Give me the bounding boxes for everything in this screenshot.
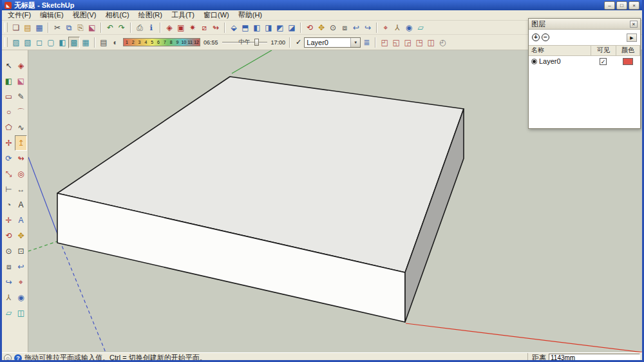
shadow-toggle-button[interactable]: ◐: [109, 37, 121, 48]
layers-menu-button[interactable]: ▶: [627, 33, 637, 42]
x-ray-button[interactable]: ▨: [10, 37, 22, 48]
paste-button[interactable]: ⎘: [75, 22, 86, 33]
solid-union-button[interactable]: ◲: [402, 37, 413, 48]
hidden-line-button[interactable]: ▢: [45, 37, 57, 48]
shadow-settings-button[interactable]: ▤: [98, 37, 109, 48]
layer-manager-button[interactable]: ≣: [361, 37, 372, 48]
dimension-button[interactable]: ↔: [15, 182, 27, 197]
section-plane-button[interactable]: ▱: [3, 305, 15, 321]
text-button[interactable]: A: [15, 197, 27, 213]
zoom-extents-button[interactable]: ⧈: [3, 259, 15, 274]
protractor-button[interactable]: ◔: [3, 197, 15, 213]
outer-shell-button[interactable]: ◰: [379, 37, 390, 48]
zoom-window-button[interactable]: ⊡: [15, 243, 27, 259]
select-button[interactable]: ↖: [3, 58, 15, 73]
top-view-button[interactable]: ⬒: [240, 22, 251, 33]
monochrome-button[interactable]: ▦: [80, 37, 91, 48]
chevron-down-icon[interactable]: ▼: [350, 38, 360, 47]
freehand-button[interactable]: ∿: [15, 120, 27, 135]
time-slider-thumb[interactable]: [254, 39, 259, 46]
follow-me-button[interactable]: ↬: [15, 151, 27, 166]
add-layer-button[interactable]: +: [532, 33, 540, 41]
solid-intersect-button[interactable]: ◱: [390, 37, 402, 48]
solid-split-button[interactable]: ◴: [437, 37, 448, 48]
push-pull-button[interactable]: ↥: [15, 135, 27, 151]
front-view-button[interactable]: ◧: [251, 22, 263, 33]
next-view-button[interactable]: ↪: [3, 274, 15, 290]
position-camera-button[interactable]: ⌖: [380, 22, 392, 33]
paint-bucket-button[interactable]: ◧: [3, 73, 15, 89]
menu-edit[interactable]: 编辑(E): [35, 10, 68, 20]
section-display-button[interactable]: ◫: [15, 305, 27, 321]
zoom-button[interactable]: ⊙: [3, 243, 15, 259]
polygon-button[interactable]: ⬠: [3, 120, 15, 135]
erase-button[interactable]: ⬕: [86, 22, 98, 33]
iso-view-button[interactable]: ⬙: [228, 22, 240, 33]
position-camera-button[interactable]: ⌖: [15, 274, 27, 290]
solid-subtract-button[interactable]: ◳: [413, 37, 425, 48]
layer-visible-checkbox[interactable]: ✓: [600, 58, 607, 65]
3d-text-button[interactable]: A: [15, 213, 27, 228]
menu-tools[interactable]: 工具(T): [167, 10, 199, 20]
layer-combobox[interactable]: Layer0 ▼: [304, 37, 361, 48]
line-button[interactable]: ✎: [15, 89, 27, 104]
menu-draw[interactable]: 绘图(R): [134, 10, 167, 20]
open-button[interactable]: ▤: [22, 22, 33, 33]
save-button[interactable]: ▦: [33, 22, 45, 33]
layers-panel-titlebar[interactable]: 图层 ✕: [529, 19, 640, 30]
minimize-button[interactable]: –: [604, 1, 615, 10]
wireframe-button[interactable]: ◻: [33, 37, 45, 48]
menu-help[interactable]: 帮助(H): [234, 10, 267, 20]
scale-button[interactable]: ⤡: [3, 166, 15, 182]
circle-button[interactable]: ○: [3, 104, 15, 120]
walk-button[interactable]: ⅄: [392, 22, 403, 33]
left-view-button[interactable]: ◪: [286, 22, 298, 33]
maximize-button[interactable]: □: [616, 1, 627, 10]
explode-button[interactable]: ✷: [187, 22, 198, 33]
zoom-button[interactable]: ⊙: [327, 22, 339, 33]
remove-layer-button[interactable]: −: [542, 33, 549, 41]
make-group-button[interactable]: ▣: [175, 22, 187, 33]
previous-view-button[interactable]: ↩: [15, 259, 27, 274]
cut-button[interactable]: ✂: [52, 22, 63, 33]
orbit-button[interactable]: ⟲: [304, 22, 316, 33]
shaded-button[interactable]: ◧: [57, 37, 68, 48]
shadow-date-slider[interactable]: 123456789101112: [123, 38, 200, 46]
layer-current-radio[interactable]: [531, 59, 537, 64]
menu-view[interactable]: 视图(V): [68, 10, 101, 20]
back-edges-button[interactable]: ▧: [22, 37, 33, 48]
menu-camera[interactable]: 相机(C): [100, 10, 133, 20]
tape-measure-button[interactable]: ⊢: [3, 182, 15, 197]
pan-button[interactable]: ✥: [15, 228, 27, 243]
layer-color-swatch[interactable]: [623, 58, 633, 65]
model-info-button[interactable]: ℹ: [146, 22, 157, 33]
rotate-button[interactable]: ⟳: [3, 151, 15, 166]
new-button[interactable]: ❏: [10, 22, 22, 33]
redo-button[interactable]: ↷: [116, 22, 128, 33]
orbit-button[interactable]: ⟲: [3, 228, 15, 243]
intersect-faces-button[interactable]: ⧄: [198, 22, 210, 33]
eraser-button[interactable]: ⬕: [15, 73, 27, 89]
look-around-button[interactable]: ◉: [403, 22, 415, 33]
zoom-extents-button[interactable]: ⧈: [339, 22, 350, 33]
section-plane-button[interactable]: ▱: [415, 22, 426, 33]
follow-me-button[interactable]: ↬: [210, 22, 222, 33]
axes-button[interactable]: ✛: [3, 213, 15, 228]
move-button[interactable]: ✢: [3, 135, 15, 151]
next-view-button[interactable]: ↪: [362, 22, 374, 33]
look-around-button[interactable]: ◉: [15, 290, 27, 305]
pan-button[interactable]: ✥: [316, 22, 327, 33]
menu-file[interactable]: 文件(F): [3, 10, 35, 20]
shadow-time-slider[interactable]: 中午: [221, 37, 269, 47]
right-view-button[interactable]: ◨: [263, 22, 274, 33]
menu-window[interactable]: 窗口(W): [199, 10, 234, 20]
back-view-button[interactable]: ◩: [274, 22, 286, 33]
solid-trim-button[interactable]: ◫: [425, 37, 437, 48]
make-component-button[interactable]: ◈: [164, 22, 175, 33]
toolbar-grip[interactable]: [5, 23, 8, 32]
previous-view-button[interactable]: ↩: [350, 22, 362, 33]
measurement-input[interactable]: [549, 354, 640, 362]
toolbar-grip[interactable]: [5, 37, 8, 47]
offset-button[interactable]: ◎: [15, 166, 27, 182]
user-credit-icon[interactable]: ☺: [4, 354, 12, 362]
